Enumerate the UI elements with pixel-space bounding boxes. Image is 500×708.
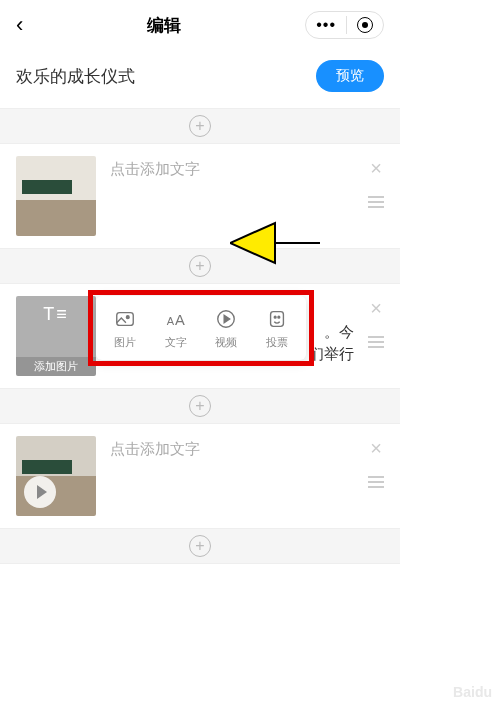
text-icon: AA [164, 307, 188, 331]
insert-video-label: 视频 [215, 335, 237, 350]
add-button[interactable]: + [189, 255, 211, 277]
video-icon [214, 307, 238, 331]
delete-icon[interactable]: × [370, 298, 382, 318]
insert-popup: 图片 AA 文字 视频 投票 [96, 296, 306, 360]
svg-rect-5 [270, 311, 283, 326]
insert-vote-label: 投票 [266, 335, 288, 350]
insert-vote-button[interactable]: 投票 [265, 307, 289, 350]
add-image-label: 添加图片 [16, 357, 96, 376]
image-icon [113, 307, 137, 331]
add-row: + [0, 388, 400, 424]
header: ‹ 编辑 ••• [0, 0, 400, 50]
header-actions: ••• [305, 11, 384, 39]
back-button[interactable]: ‹ [16, 12, 23, 38]
target-icon[interactable] [357, 17, 373, 33]
content-block: 点击添加文字 × [0, 424, 400, 528]
add-image-thumbnail[interactable]: T≡ 添加图片 [16, 296, 96, 376]
drag-icon[interactable] [368, 336, 384, 348]
block-actions: × [368, 156, 384, 208]
svg-point-7 [278, 316, 280, 318]
insert-video-button[interactable]: 视频 [214, 307, 238, 350]
add-button[interactable]: + [189, 395, 211, 417]
insert-text-label: 文字 [165, 335, 187, 350]
block-text[interactable]: 点击添加文字 [110, 156, 354, 181]
vote-icon [265, 307, 289, 331]
document-title: 欢乐的成长仪式 [16, 65, 135, 88]
svg-text:A: A [167, 314, 175, 326]
add-button[interactable]: + [189, 115, 211, 137]
block-text[interactable]: 点击添加文字 [110, 436, 354, 461]
content-block: 点击添加文字 × [0, 144, 400, 248]
insert-image-button[interactable]: 图片 [113, 307, 137, 350]
svg-point-6 [274, 316, 276, 318]
drag-icon[interactable] [368, 476, 384, 488]
add-row: + [0, 248, 400, 284]
video-thumbnail[interactable] [16, 436, 96, 516]
divider [346, 16, 347, 34]
drag-icon[interactable] [368, 196, 384, 208]
preview-button[interactable]: 预览 [316, 60, 384, 92]
add-row: + [0, 528, 400, 564]
text-icon: T≡ [43, 304, 69, 325]
watermark: Baidu [453, 684, 492, 700]
more-icon[interactable]: ••• [316, 16, 336, 34]
svg-text:A: A [175, 311, 185, 327]
image-thumbnail[interactable] [16, 156, 96, 236]
play-icon [24, 476, 56, 508]
delete-icon[interactable]: × [370, 438, 382, 458]
svg-point-1 [127, 315, 130, 318]
block-actions: × [368, 296, 384, 348]
page-title: 编辑 [147, 14, 181, 37]
delete-icon[interactable]: × [370, 158, 382, 178]
block-actions: × [368, 436, 384, 488]
add-button[interactable]: + [189, 535, 211, 557]
insert-text-button[interactable]: AA 文字 [164, 307, 188, 350]
svg-rect-0 [117, 312, 134, 325]
subheader: 欢乐的成长仪式 预览 [0, 50, 400, 108]
insert-image-label: 图片 [114, 335, 136, 350]
add-row: + [0, 108, 400, 144]
